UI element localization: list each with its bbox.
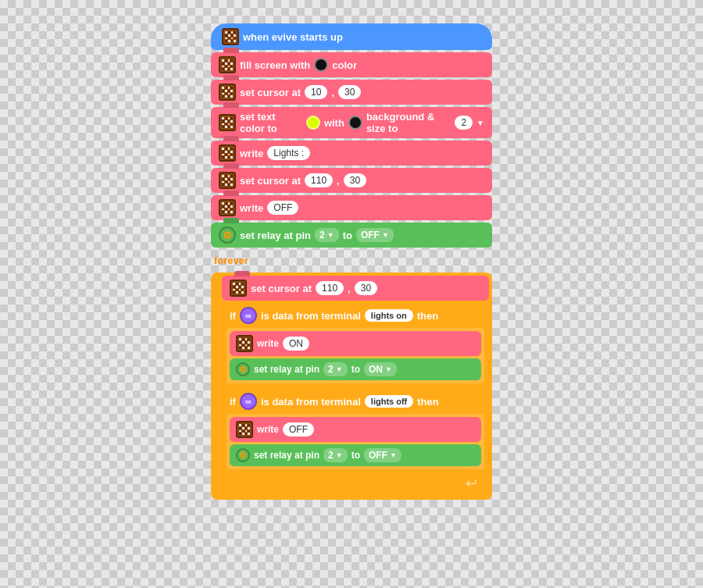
cursor-y-2[interactable]: 30 [344,173,366,187]
cursor-x-3[interactable]: 110 [316,281,344,295]
hat-label: when evive starts up [243,31,343,43]
relay-off-to: to [352,450,360,461]
relay-state-dropdown-1[interactable]: OFF ▼ [356,228,394,242]
write-off-label: write [257,424,279,435]
loop-end: ↩ [214,472,489,494]
fill-icon [219,56,236,73]
relay-on-label: set relay at pin [254,364,319,375]
relay-on-block[interactable]: ⚙ set relay at pin 2 ▼ to ON ▼ [230,358,481,380]
relay-pin-dropdown-1[interactable]: 2 ▼ [315,228,339,242]
set-text-color-block[interactable]: set text color to with background & size… [211,107,492,138]
if-then-1: then [417,310,438,322]
text-bg-circle-black[interactable] [348,116,362,130]
set-cursor-block-1[interactable]: set cursor at 10 , 30 [211,80,492,105]
write-off-block[interactable]: write OFF [230,417,481,442]
forever-label: forever [211,250,492,269]
relay-off-block[interactable]: ⚙ set relay at pin 2 ▼ to OFF ▼ [230,444,481,466]
set-cursor-label-1: set cursor at [240,87,301,98]
relay-on-to: to [352,364,360,375]
fill-color-circle[interactable] [314,58,328,72]
write-on-icon [236,335,253,352]
cursor-x-1[interactable]: 10 [305,85,327,99]
cursor-sep-2: , [337,175,340,187]
relay-off-pin[interactable]: 2 ▼ [323,448,348,462]
terminal-value-1[interactable]: lights on [365,309,413,322]
fill-screen-block[interactable]: fill screen with color [211,52,492,77]
if-body-1: write ON ⚙ set relay at pin 2 ▼ to ON ▼ [227,328,484,383]
text-size-arrow: ▼ [476,119,484,127]
relay-on-state[interactable]: ON ▼ [364,362,397,376]
hat-icon [222,28,239,45]
relay-label-1: set relay at pin [240,230,311,241]
write-off-icon [236,421,253,438]
relay-off-state[interactable]: OFF ▼ [364,448,401,462]
set-relay-block-1[interactable]: ⚙ set relay at pin 2 ▼ to OFF ▼ [211,223,492,248]
if-then-2: then [417,396,438,408]
set-text-end: background & size to [366,111,451,134]
relay-off-label: set relay at pin [254,450,319,461]
set-cursor-label-3: set cursor at [251,283,312,294]
cursor-sep-3: , [348,283,351,294]
if-condition-1: is data from terminal [261,310,361,322]
write-block-2[interactable]: write OFF [211,195,492,220]
write-off-value[interactable]: OFF [283,422,314,437]
terminal-icon-2: ∞ [240,393,257,410]
cursor-icon-2 [219,172,236,189]
forever-container: set cursor at 110 , 30 if ∞ is data from… [211,273,492,500]
set-cursor-block-3[interactable]: set cursor at 110 , 30 [222,276,489,301]
write-icon-1 [219,144,236,162]
relay-gear-on: ⚙ [236,362,250,376]
text-size-val[interactable]: 2 [455,116,473,130]
if-body-2: write OFF ⚙ set relay at pin 2 ▼ to OFF … [227,414,484,469]
write-value-2[interactable]: OFF [267,201,298,215]
text-color-circle-yellow[interactable] [306,116,320,130]
relay-gear-icon-1: ⚙ [219,226,236,244]
cursor-x-2[interactable]: 110 [305,173,333,187]
terminal-value-2[interactable]: lights off [365,395,413,408]
fill-screen-after: color [332,59,357,71]
write-value-1[interactable]: Lights : [267,146,310,160]
write-on-label: write [257,338,279,349]
fill-screen-label: fill screen with [240,59,310,71]
write-icon-2 [219,199,236,216]
relay-to-1: to [343,230,352,241]
write-label-2: write [240,202,263,214]
relay-gear-off: ⚙ [236,448,250,462]
set-text-mid: with [324,117,344,129]
relay-on-pin[interactable]: 2 ▼ [323,362,348,376]
text-color-icon [219,114,236,131]
cursor-icon-3 [230,280,247,297]
write-on-value[interactable]: ON [283,337,309,351]
if-label-2: if [230,396,236,408]
terminal-icon-1: ∞ [240,307,257,324]
if-condition-2: is data from terminal [261,396,361,408]
cursor-y-3[interactable]: 30 [355,281,377,295]
if-header-2[interactable]: if ∞ is data from terminal lights off th… [222,389,489,414]
set-cursor-label-2: set cursor at [240,175,301,187]
set-text-color-label: set text color to [240,111,302,134]
set-cursor-block-2[interactable]: set cursor at 110 , 30 [211,168,492,193]
cursor-icon-1 [219,84,236,101]
if-header-1[interactable]: if ∞ is data from terminal lights on the… [222,303,489,328]
blocks-workspace: when evive starts up fill screen with co… [211,23,492,500]
write-on-block[interactable]: write ON [230,331,481,356]
write-label-1: write [240,148,263,159]
cursor-y-1[interactable]: 30 [338,85,361,99]
write-block-1[interactable]: write Lights : [211,141,492,166]
if-block-1: if ∞ is data from terminal lights on the… [222,303,489,383]
cursor-sep-1: , [331,87,334,98]
if-block-2: if ∞ is data from terminal lights off th… [222,389,489,469]
hat-block[interactable]: when evive starts up [211,23,492,50]
if-label-1: if [230,310,236,322]
